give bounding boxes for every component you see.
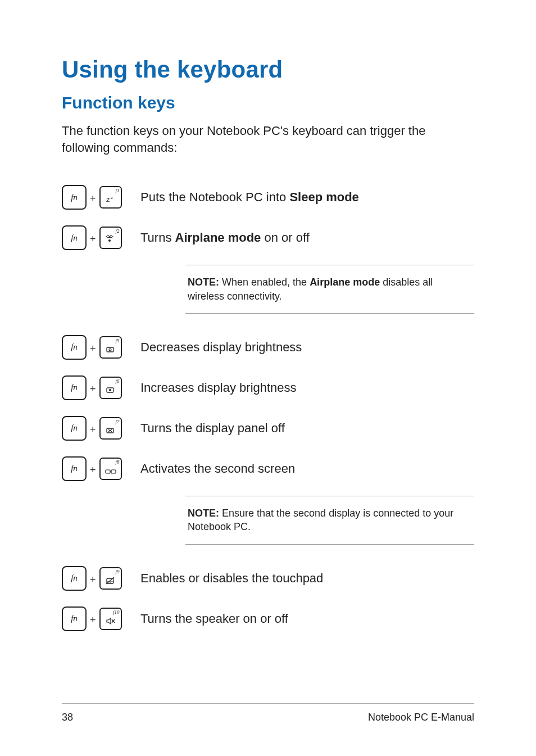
plus-icon: + xyxy=(90,465,96,475)
svg-point-6 xyxy=(109,389,111,391)
desc-text: Turns the speaker on or off xyxy=(140,612,288,626)
f9-key-icon: f9 xyxy=(99,567,122,590)
key-combo: fn + f8 xyxy=(62,455,140,481)
brightness-up-icon xyxy=(103,383,118,396)
desc-bold: Sleep mode xyxy=(289,190,358,204)
sleep-icon: zz xyxy=(103,193,118,205)
shortcut-row: fn + f8 Activates the second screen xyxy=(62,455,474,481)
plus-icon: + xyxy=(90,574,96,585)
f5-key-icon: f5 xyxy=(99,336,122,359)
f8-key-icon: f8 xyxy=(99,458,122,480)
shortcut-description: Increases display brightness xyxy=(140,374,474,396)
key-combo: fn + f10 xyxy=(62,605,140,631)
f1-key-icon: f1 zz xyxy=(99,186,122,209)
svg-point-2 xyxy=(108,239,111,242)
desc-text: Turns the display panel off xyxy=(140,421,285,435)
display-off-icon xyxy=(103,424,118,436)
shortcut-row: fn + f1 zz Puts the Notebook PC into Sle… xyxy=(62,184,474,210)
plus-icon: + xyxy=(90,343,96,354)
shortcut-row: fn + f5 Decreases display brightness xyxy=(62,334,474,360)
plus-icon: + xyxy=(90,424,96,434)
manual-page: Using the keyboard Function keys The fun… xyxy=(0,0,536,756)
fn-key-icon: fn xyxy=(62,225,87,250)
touchpad-icon xyxy=(103,574,118,586)
desc-text: Enables or disables the touchpad xyxy=(140,571,323,585)
fn-key-icon: fn xyxy=(62,566,87,591)
f6-key-icon: f6 xyxy=(99,377,122,399)
fn-key-icon: fn xyxy=(62,335,87,360)
brightness-down-icon xyxy=(103,343,118,355)
shortcut-row: fn + f7 Turns the display panel off xyxy=(62,415,474,441)
note-second-screen: NOTE: Ensure that the second display is … xyxy=(185,496,474,545)
desc-bold: Airplane mode xyxy=(175,230,261,245)
svg-rect-11 xyxy=(111,470,116,473)
shortcut-description: Turns Airplane mode on or off xyxy=(140,224,474,246)
key-combo: fn + f6 xyxy=(62,374,140,400)
note-bold: Airplane mode xyxy=(310,277,380,288)
shortcut-description: Enables or disables the touchpad xyxy=(140,565,474,587)
second-screen-icon xyxy=(103,464,118,477)
svg-rect-10 xyxy=(106,470,110,473)
svg-text:z: z xyxy=(111,195,113,200)
key-combo: fn + f5 xyxy=(62,334,140,360)
key-combo: fn + f2 xyxy=(62,224,140,250)
fn-key-icon: fn xyxy=(62,375,87,400)
f2-key-icon: f2 xyxy=(99,227,122,249)
plus-icon: + xyxy=(90,384,96,394)
desc-text: on or off xyxy=(261,230,309,245)
svg-rect-3 xyxy=(107,347,113,352)
airplane-icon xyxy=(103,233,118,246)
shortcut-description: Turns the display panel off xyxy=(140,415,474,437)
manual-title: Notebook PC E-Manual xyxy=(368,712,474,723)
f10-key-icon: f10 xyxy=(99,608,122,630)
shortcut-description: Decreases display brightness xyxy=(140,334,474,356)
shortcut-row: fn + f10 Turns the speaker on or off xyxy=(62,605,474,631)
page-footer: 38 Notebook PC E-Manual xyxy=(62,703,474,723)
desc-text: Decreases display brightness xyxy=(140,340,302,354)
intro-text: The function keys on your Notebook PC's … xyxy=(62,123,474,156)
svg-text:z: z xyxy=(106,195,110,203)
fn-key-icon: fn xyxy=(62,456,87,481)
plus-icon: + xyxy=(90,234,96,244)
note-airplane: NOTE: When enabled, the Airplane mode di… xyxy=(185,265,474,314)
speaker-mute-icon xyxy=(103,614,118,627)
note-text: Ensure that the second display is connec… xyxy=(188,508,453,532)
plus-icon: + xyxy=(90,193,96,203)
fn-key-icon: fn xyxy=(62,185,87,210)
note-label: NOTE: xyxy=(188,277,219,288)
desc-text: Activates the second screen xyxy=(140,461,295,476)
key-combo: fn + f7 xyxy=(62,415,140,441)
page-number: 38 xyxy=(62,712,73,723)
key-combo: fn + f1 zz xyxy=(62,184,140,210)
desc-text: Turns xyxy=(140,230,175,245)
note-text: When enabled, the xyxy=(219,277,310,288)
shortcut-description: Puts the Notebook PC into Sleep mode xyxy=(140,184,474,206)
shortcut-row: fn + f9 Enables or disables the touchpad xyxy=(62,565,474,591)
key-combo: fn + f9 xyxy=(62,565,140,591)
fn-key-icon: fn xyxy=(62,606,87,631)
plus-icon: + xyxy=(90,615,96,625)
shortcut-row: fn + f2 Turns Airplane mode on or off xyxy=(62,224,474,250)
page-title: Using the keyboard xyxy=(62,56,474,83)
desc-text: Increases display brightness xyxy=(140,381,297,395)
svg-point-4 xyxy=(109,348,111,351)
fn-key-icon: fn xyxy=(62,416,87,441)
shortcut-description: Turns the speaker on or off xyxy=(140,605,474,627)
shortcut-row: fn + f6 Increases display brightness xyxy=(62,374,474,400)
desc-text: Puts the Notebook PC into xyxy=(140,190,289,204)
note-label: NOTE: xyxy=(188,508,219,519)
section-title: Function keys xyxy=(62,93,474,112)
f7-key-icon: f7 xyxy=(99,417,122,440)
shortcut-description: Activates the second screen xyxy=(140,455,474,477)
